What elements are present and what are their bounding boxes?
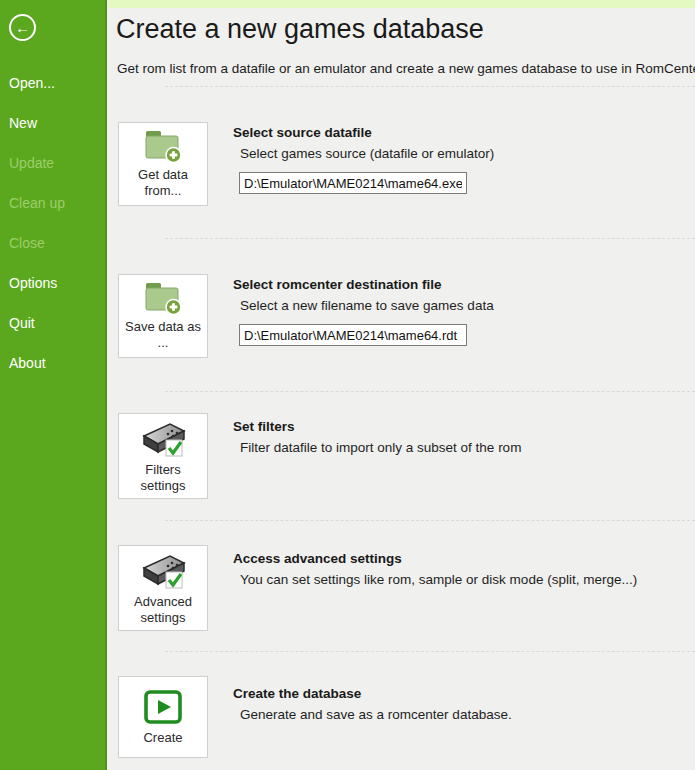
get-data-from-button[interactable]: Get data from... — [118, 122, 208, 206]
button-label: Create — [122, 730, 204, 746]
arrow-left-icon: ← — [15, 20, 30, 35]
sidebar-item-update: Update — [0, 143, 105, 183]
chip-check-icon — [139, 551, 187, 591]
section-advanced-settings: Advanced settings Access advanced settin… — [118, 545, 678, 631]
section-create: Create Create the database Generate and … — [118, 676, 678, 758]
folder-add-icon — [142, 130, 184, 164]
section-title: Create the database — [233, 686, 673, 701]
section-description: Generate and save as a romcenter databas… — [233, 707, 673, 722]
section-divider — [165, 520, 695, 521]
sidebar-item-clean-up: Clean up — [0, 183, 105, 223]
section-divider — [165, 238, 695, 239]
button-label: Save data as ... — [122, 319, 204, 351]
section-description: Select a new filename to save games data — [233, 298, 673, 313]
play-icon — [143, 689, 183, 727]
sidebar-item-quit[interactable]: Quit — [0, 303, 105, 343]
folder-add-icon — [142, 282, 184, 316]
save-data-as-button[interactable]: Save data as ... — [118, 274, 208, 358]
sidebar-menu: Open... New Update Clean up Close Option… — [0, 63, 105, 383]
sidebar-item-new[interactable]: New — [0, 103, 105, 143]
section-title: Access advanced settings — [233, 551, 673, 566]
sidebar-item-options[interactable]: Options — [0, 263, 105, 303]
button-label: Get data from... — [122, 167, 204, 199]
button-label: Advanced settings — [122, 594, 204, 626]
destination-path-input[interactable] — [239, 324, 467, 346]
sidebar-item-about[interactable]: About — [0, 343, 105, 383]
section-description: Filter datafile to import only a subset … — [233, 440, 673, 455]
sidebar: ← Open... New Update Clean up Close Opti… — [0, 0, 107, 770]
sidebar-item-close: Close — [0, 223, 105, 263]
page-subtitle: Get rom list from a datafile or an emula… — [117, 61, 695, 76]
section-divider — [165, 651, 695, 652]
section-description: You can set settings like rom, sample or… — [233, 572, 673, 587]
section-destination-file: Save data as ... Select romcenter destin… — [118, 274, 678, 358]
page-title: Create a new games database — [116, 14, 484, 45]
button-label: Filters settings — [122, 462, 204, 494]
source-path-input[interactable] — [239, 172, 467, 194]
section-title: Select romcenter destination file — [233, 277, 673, 292]
back-button[interactable]: ← — [9, 14, 36, 41]
sidebar-item-open[interactable]: Open... — [0, 63, 105, 103]
section-source-datafile: Get data from... Select source datafile … — [118, 122, 678, 206]
section-divider — [165, 86, 695, 87]
chip-check-icon — [139, 419, 187, 459]
filters-settings-button[interactable]: Filters settings — [118, 413, 208, 499]
section-title: Set filters — [233, 419, 673, 434]
section-description: Select games source (datafile or emulato… — [233, 146, 673, 161]
create-database-page: ← Open... New Update Clean up Close Opti… — [0, 0, 695, 770]
section-divider — [165, 391, 695, 392]
advanced-settings-button[interactable]: Advanced settings — [118, 545, 208, 631]
section-filters: Filters settings Set filters Filter data… — [118, 413, 678, 499]
top-accent-bar — [109, 0, 695, 8]
create-button[interactable]: Create — [118, 676, 208, 758]
section-title: Select source datafile — [233, 125, 673, 140]
